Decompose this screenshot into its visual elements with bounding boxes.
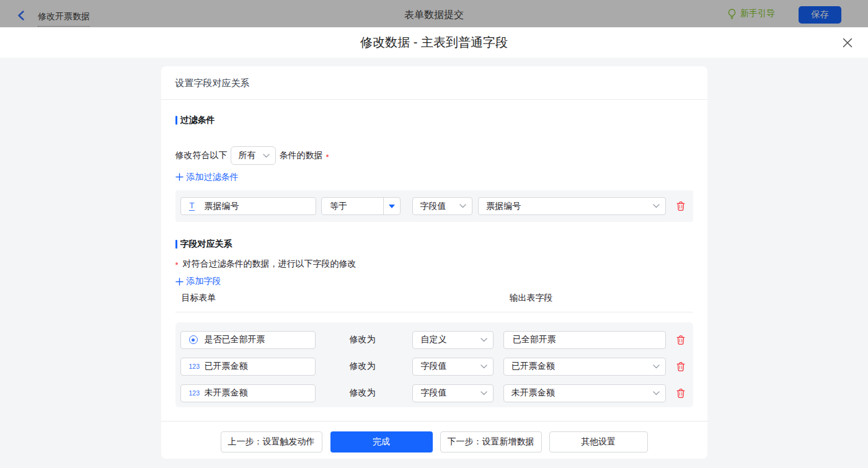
filter-condition-row: T 票据编号 等于 字段值 (175, 190, 693, 222)
close-icon[interactable] (843, 38, 852, 48)
next-step-button[interactable]: 下一步：设置新增数据 (440, 431, 542, 453)
output-value: 未开票金额 (512, 387, 653, 399)
delete-condition-button[interactable] (676, 201, 686, 211)
done-button[interactable]: 完成 (330, 431, 433, 453)
field-mapping-card: 设置字段对应关系 过滤条件 修改符合以下 所有 (161, 66, 707, 459)
chevron-down-icon (480, 391, 487, 395)
field-icon-wrap: T (189, 201, 203, 211)
output-field-select[interactable]: 已开票金额 (503, 358, 666, 376)
target-field-value: 未开票金额 (205, 387, 248, 399)
mapping-column-headers: 目标表单 输出表字段 (175, 292, 693, 303)
column-target-form: 目标表单 (182, 292, 216, 303)
delete-row-button[interactable] (676, 361, 686, 372)
required-asterisk: * (175, 260, 179, 270)
target-field-value: 是否已全部开票 (205, 334, 265, 345)
condition-value-select[interactable]: 票据编号 (478, 197, 665, 215)
lightbulb-icon (727, 9, 737, 19)
add-filter-condition-label: 添加过滤条件 (187, 172, 239, 183)
condition-operator-select[interactable]: 等于 (321, 197, 401, 215)
trash-icon (676, 388, 686, 399)
modal-body: 设置字段对应关系 过滤条件 修改符合以下 所有 (0, 58, 868, 468)
number-field-icon: 123 (189, 389, 200, 397)
beginner-guide-label: 新手引导 (740, 8, 775, 19)
condition-field-value: 票据编号 (205, 201, 239, 212)
output-value: 已全部开票 (513, 334, 556, 345)
number-field-icon: 123 (189, 363, 200, 370)
target-field-input[interactable]: 123 未开票金额 (180, 384, 316, 402)
beginner-guide-button[interactable]: 新手引导 (727, 8, 775, 19)
modify-type-select[interactable]: 字段值 (412, 358, 493, 376)
topbar-left: 修改开票数据 (17, 0, 90, 27)
mapping-row: 是否已全部开票 修改为 自定义 已全部开票 (175, 331, 693, 349)
modify-to-label: 修改为 (349, 387, 376, 399)
add-filter-condition-link[interactable]: 添加过滤条件 (175, 172, 239, 183)
mapping-description-text: 对符合过滤条件的数据，进行以下字段的修改 (183, 258, 356, 270)
chevron-down-icon (653, 204, 660, 208)
filter-match-row: 修改符合以下 所有 条件的数据 * (175, 146, 693, 165)
modify-type-select[interactable]: 自定义 (412, 331, 493, 349)
mapping-description: * 对符合过滤条件的数据，进行以下字段的修改 (175, 258, 693, 270)
section-accent-bar (175, 240, 177, 249)
modify-type-select[interactable]: 字段值 (412, 384, 493, 402)
modify-type-value: 字段值 (420, 387, 480, 399)
delete-row-button[interactable] (676, 335, 686, 345)
delete-row-button[interactable] (676, 388, 686, 399)
topbar-right: 新手引导 保存 (727, 4, 841, 24)
chevron-down-icon (653, 391, 660, 395)
column-output-field: 输出表字段 (510, 292, 553, 303)
field-icon-wrap (189, 335, 203, 344)
condition-operator-value: 等于 (322, 201, 383, 212)
operator-dropdown-button[interactable] (383, 198, 400, 214)
plus-icon (175, 278, 184, 286)
chevron-down-icon (480, 364, 487, 369)
add-field-link[interactable]: 添加字段 (175, 276, 221, 287)
chevron-down-icon (263, 154, 270, 158)
condition-value: 票据编号 (486, 201, 652, 212)
target-field-value: 已开票金额 (205, 361, 248, 372)
filter-section-title: 过滤条件 (175, 115, 693, 126)
modal-title: 修改数据 - 主表到普通字段 (0, 27, 868, 58)
prev-step-button[interactable]: 上一步：设置触发动作 (221, 431, 322, 453)
trash-icon (676, 201, 686, 211)
add-field-label: 添加字段 (187, 276, 221, 287)
triangle-down-icon (389, 205, 395, 208)
text-field-icon: T (189, 201, 195, 211)
filter-section-label: 过滤条件 (180, 115, 215, 126)
trash-icon (676, 335, 686, 345)
target-field-input[interactable]: 是否已全部开票 (180, 331, 316, 349)
output-field-select[interactable]: 未开票金额 (503, 384, 666, 402)
match-sentence-suffix: 条件的数据 (280, 150, 323, 161)
required-asterisk: * (326, 152, 329, 162)
target-field-input[interactable]: 123 已开票金额 (180, 358, 316, 376)
modify-type-value: 自定义 (420, 334, 480, 345)
match-mode-value: 所有 (239, 150, 263, 161)
mapping-row: 123 未开票金额 修改为 字段值 (175, 384, 693, 402)
modify-type-value: 字段值 (420, 361, 480, 372)
match-mode-select[interactable]: 所有 (231, 146, 276, 165)
save-button[interactable]: 保存 (799, 6, 841, 24)
mapping-row: 123 已开票金额 修改为 字段值 (175, 358, 693, 376)
card-content: 过滤条件 修改符合以下 所有 条件的数据 * (161, 115, 707, 407)
modal-header: 修改数据 - 主表到普通字段 (0, 27, 868, 58)
match-sentence-prefix: 修改符合以下 (175, 150, 228, 161)
output-value: 已开票金额 (512, 361, 653, 372)
field-icon-wrap: 123 (189, 389, 203, 397)
chevron-down-icon (459, 204, 466, 208)
field-icon-wrap: 123 (189, 363, 203, 370)
condition-field-input[interactable]: T 票据编号 (180, 197, 316, 215)
plus-icon (175, 173, 184, 181)
chevron-down-icon (653, 364, 660, 369)
mapping-rows-box: 是否已全部开票 修改为 自定义 已全部开票 (175, 322, 693, 407)
modify-to-label: 修改为 (349, 361, 376, 372)
back-icon[interactable] (17, 11, 25, 20)
mapping-section-label: 字段对应关系 (180, 239, 232, 250)
app-window: 修改开票数据 表单数据提交 新手引导 保存 修改数据 - 主表到普通字段 设置字 (0, 0, 868, 468)
other-settings-button[interactable]: 其他设置 (549, 431, 648, 453)
workflow-name[interactable]: 修改开票数据 (38, 10, 90, 27)
condition-value-type: 字段值 (420, 201, 460, 212)
trash-icon (676, 361, 686, 372)
condition-value-type-select[interactable]: 字段值 (412, 197, 473, 215)
section-accent-bar (175, 116, 177, 125)
column-divider (175, 312, 693, 312)
output-value-input[interactable]: 已全部开票 (503, 331, 666, 349)
